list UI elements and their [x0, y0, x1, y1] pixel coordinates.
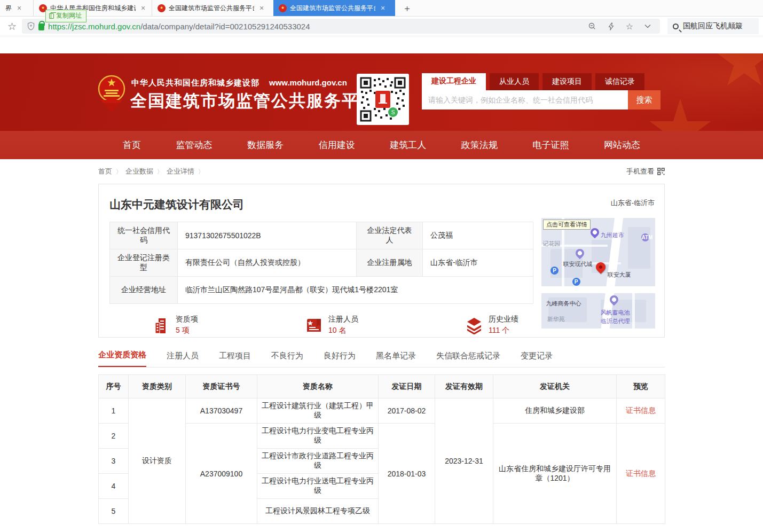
layers-icon — [465, 316, 483, 334]
legal-rep-value: 公茂福 — [423, 222, 533, 249]
table-header-row: 序号 资质类别 资质证书号 资质名称 发证日期 发证有效期 发证机关 预览 — [99, 375, 665, 398]
tab-dishonesty[interactable]: 失信联合惩戒记录 — [436, 351, 500, 367]
map-label-garden: 记花园 — [542, 240, 560, 248]
certificate-info-link[interactable]: 证书信息 — [626, 469, 656, 478]
site-url: www.mohurd.gov.cn — [269, 78, 347, 87]
tab-registered-personnel[interactable]: 注册人员 — [167, 351, 199, 367]
search-tab-credit[interactable]: 诚信记录 — [595, 73, 644, 90]
nav-item-supervision[interactable]: 监管动态 — [176, 139, 213, 151]
tab-qualifications[interactable]: 企业资质资格 — [98, 350, 146, 367]
nav-item-policy[interactable]: 政策法规 — [461, 139, 498, 151]
stat-label: 历史业绩 — [489, 315, 518, 324]
stat-label: 资质项 — [176, 315, 198, 324]
stat-label: 注册人员 — [328, 315, 358, 324]
close-icon[interactable]: × — [259, 4, 264, 12]
shield-icon[interactable] — [27, 22, 35, 30]
svg-text:S: S — [391, 109, 395, 115]
map-label-lianan-tower: 联安大厦 — [608, 271, 631, 279]
certificate-info-link[interactable]: 证书信息 — [626, 406, 656, 414]
flash-save-icon[interactable] — [608, 22, 615, 30]
tab-title: 全国建筑市场监管公共服务平台 — [290, 4, 375, 13]
col-category: 资质类别 — [129, 375, 186, 398]
map-label-xinhua: 新华苑 — [547, 315, 565, 323]
chevron-down-icon[interactable] — [644, 24, 651, 28]
tab-change-records[interactable]: 变更记录 — [521, 351, 553, 367]
keyword-search-input[interactable] — [422, 90, 628, 109]
stat-registered-personnel: 注册人员10 名 — [305, 315, 358, 335]
tab-title: 全国建筑市场监管公共服务平台 — [169, 4, 254, 13]
stat-value: 111 个 — [489, 326, 518, 335]
map-label-battery1: 风帆蓄电池 — [601, 309, 630, 317]
close-icon[interactable]: × — [17, 4, 21, 12]
date-cell: 2018-01-03 — [379, 424, 435, 524]
map-tooltip: 点击可查看详情 — [543, 220, 591, 230]
browser-search-box[interactable]: 国航回应飞机颠簸 — [667, 18, 759, 34]
zoom-out-icon[interactable] — [588, 22, 596, 30]
company-summary-card: 山东中元建筑设计有限公司 山东省-临沂市 统一社会信用代码 9137130267… — [98, 184, 665, 338]
tab-projects[interactable]: 工程项目 — [219, 351, 251, 367]
browser-tab-jzsc[interactable]: 全国建筑市场监管公共服务平台 × — [152, 0, 273, 16]
certificate-icon — [305, 316, 323, 334]
browser-tab-partial[interactable]: 界 × — [0, 0, 33, 16]
search-tab-personnel[interactable]: 从业人员 — [490, 73, 539, 90]
tab-title: 界 — [5, 4, 12, 13]
cert-cell: A237009100 — [186, 424, 257, 524]
ministry-line: 中华人民共和国住房和城乡建设部www.mohurd.gov.cn — [131, 78, 347, 88]
mobile-view-button[interactable]: 手机查看 — [626, 167, 665, 176]
breadcrumb-enterprise-detail[interactable]: 企业详情 — [167, 167, 194, 176]
close-icon[interactable]: × — [141, 4, 145, 12]
field-label: 企业登记注册类型 — [110, 249, 178, 277]
tab-bad-behavior[interactable]: 不良行为 — [271, 351, 303, 367]
nav-item-site-news[interactable]: 网站动态 — [604, 139, 640, 151]
field-label: 统一社会信用代码 — [110, 222, 178, 249]
stat-history-performance: 历史业绩111 个 — [465, 315, 518, 335]
breadcrumb-enterprise-data[interactable]: 企业数据 — [125, 167, 153, 176]
close-icon[interactable]: × — [381, 4, 385, 12]
emblem-favicon-icon — [279, 4, 287, 12]
search-tab-project[interactable]: 建设项目 — [542, 73, 592, 90]
new-tab-button[interactable]: ＋ — [395, 0, 419, 16]
table-row: 1 设计资质 A137030497 工程设计建筑行业（建筑工程）甲级 2017-… — [99, 398, 665, 424]
nav-item-credit[interactable]: 信用建设 — [319, 139, 355, 151]
nav-item-data-service[interactable]: 数据服务 — [247, 139, 284, 151]
breadcrumb-home[interactable]: 首页 — [98, 167, 112, 176]
col-authority: 发证机关 — [493, 375, 617, 398]
map-label-battery2: 临沂总代理 — [601, 317, 630, 325]
nav-item-home[interactable]: 首页 — [123, 139, 141, 151]
search-button[interactable]: 搜索 — [628, 90, 660, 109]
search-tab-enterprise[interactable]: 建设工程企业 — [422, 73, 486, 90]
page-top-gap — [0, 36, 763, 53]
tab-strip: 界 × 中华人民共和国住房和城乡建设 × 全国建筑市场监管公共服务平台 × 全国… — [0, 0, 763, 17]
atm-pin-icon: ATM — [641, 233, 649, 241]
browser-tab-active[interactable]: 全国建筑市场监管公共服务平台 × — [273, 0, 395, 16]
field-label: 企业法定代表人 — [357, 222, 423, 249]
search-category-tabs: 建设工程企业 从业人员 建设项目 诚信记录 — [422, 73, 660, 90]
search-row: 搜索 — [422, 90, 660, 109]
category-cell: 设计资质 — [129, 398, 186, 524]
credit-code-value: 91371302675501022B — [178, 222, 357, 249]
col-qual-name: 资质名称 — [257, 375, 379, 398]
bookmark-star-icon[interactable]: ☆ — [7, 20, 17, 33]
preview-cell: 证书信息 — [617, 424, 665, 524]
nav-item-workers[interactable]: 建筑工人 — [390, 139, 426, 151]
nav-item-e-license[interactable]: 电子证照 — [532, 139, 569, 151]
date-cell: 2017-08-02 — [379, 398, 435, 424]
tab-blacklist[interactable]: 黑名单记录 — [376, 351, 416, 367]
building-icon — [152, 316, 170, 334]
reg-type-value: 有限责任公司（自然人投资或控股） — [178, 249, 357, 277]
qual-name-cell: 工程设计电力行业变电工程专业丙级 — [257, 424, 379, 449]
seq-cell: 2 — [99, 424, 129, 449]
favorite-star-icon[interactable]: ☆ — [626, 21, 633, 32]
url-field[interactable]: https://jzsc.mohurd.gov.cn/data/company/… — [22, 19, 660, 34]
location-map[interactable]: 点击可查看详情 九州超市 ATM 记花园 联安现代城 联安大厦 P P 九峰商务… — [541, 218, 655, 328]
col-seq: 序号 — [99, 375, 129, 398]
stat-value: 10 名 — [328, 326, 358, 335]
tab-good-behavior[interactable]: 良好行为 — [324, 351, 356, 367]
field-label: 企业注册属地 — [357, 249, 423, 277]
search-hot-text: 国航回应飞机颠簸 — [683, 21, 743, 31]
header-search-module: 建设工程企业 从业人员 建设项目 诚信记录 搜索 — [422, 73, 660, 109]
browser-chrome: 界 × 中华人民共和国住房和城乡建设 × 全国建筑市场监管公共服务平台 × 全国… — [0, 0, 763, 36]
col-validity: 发证有效期 — [435, 375, 493, 398]
qual-name-cell: 工程设计建筑行业（建筑工程）甲级 — [257, 398, 379, 424]
url-text: https://jzsc.mohurd.gov.cn/data/company/… — [48, 22, 310, 31]
